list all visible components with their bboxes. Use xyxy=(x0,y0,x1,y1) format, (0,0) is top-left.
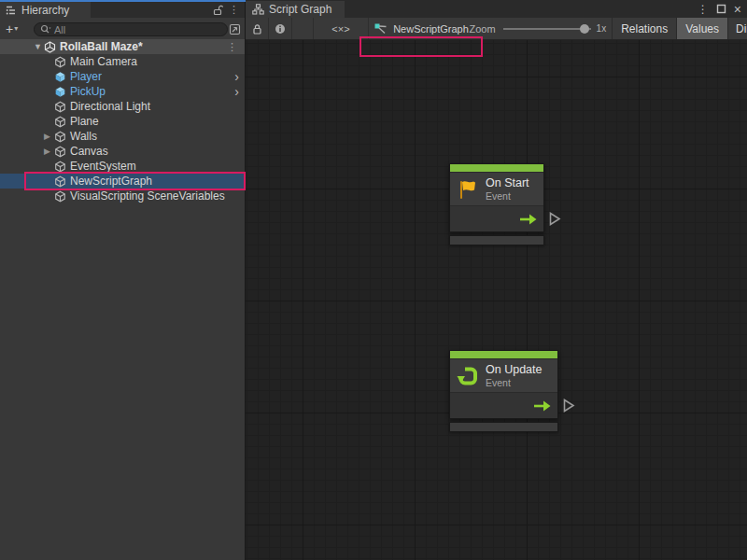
hierarchy-tab-bar: Hierarchy ⋮ xyxy=(0,2,245,18)
hierarchy-search-row: + ▾ All xyxy=(0,18,245,39)
zoom-slider-handle[interactable] xyxy=(580,24,589,34)
zoom-slider[interactable] xyxy=(503,23,591,35)
unity-scene-icon xyxy=(44,41,56,53)
graph-lock-button[interactable] xyxy=(246,18,269,39)
search-placeholder: All xyxy=(54,24,65,35)
node-output-row xyxy=(450,392,557,418)
prefab-open-chevron[interactable]: › xyxy=(234,85,239,98)
tab-hierarchy[interactable]: Hierarchy xyxy=(0,2,91,18)
hierarchy-item-main-camera[interactable]: Main Camera xyxy=(0,54,245,69)
item-label: Main Camera xyxy=(70,55,137,68)
scene-foldout-icon[interactable]: ▼ xyxy=(32,42,44,51)
gameobject-cube-icon xyxy=(54,116,66,128)
open-search-window-button[interactable] xyxy=(227,21,242,36)
breadcrumb-label: NewScriptGraph xyxy=(393,23,469,35)
script-graph-toolbar: <×> NewScriptGraph Zoom 1x Relations xyxy=(246,18,747,40)
event-color-bar xyxy=(450,164,543,172)
create-dropdown-caret: ▾ xyxy=(14,24,18,33)
node-subtitle: Event xyxy=(486,377,542,388)
scene-header-row[interactable]: ▼ RollaBall Maze* ⋮ xyxy=(0,39,245,54)
create-object-button[interactable]: + ▾ xyxy=(0,21,20,36)
item-label: Plane xyxy=(70,115,99,128)
node-title: On Start xyxy=(486,176,529,190)
gameobject-cube-icon xyxy=(54,190,66,203)
hierarchy-item-walls[interactable]: ▶Walls xyxy=(0,129,245,144)
hierarchy-item-eventsystem[interactable]: EventSystem xyxy=(0,159,245,174)
search-icon xyxy=(40,24,51,35)
item-label: EventSystem xyxy=(70,160,136,173)
values-toggle[interactable]: Values xyxy=(676,18,727,39)
hierarchy-item-list: Main CameraPlayer›PickUp›Directional Lig… xyxy=(0,54,245,203)
prefab-cube-icon xyxy=(54,71,66,83)
scene-name: RollaBall Maze* xyxy=(60,40,143,53)
node-subtitle: Event xyxy=(486,190,529,202)
script-graph-window: Script Graph ⋮ × xyxy=(246,0,747,560)
gameobject-cube-icon xyxy=(54,131,66,143)
node-title: On Update xyxy=(486,363,542,377)
unlock-icon[interactable] xyxy=(213,5,223,16)
hierarchy-item-canvas[interactable]: ▶Canvas xyxy=(0,144,245,159)
gameobject-cube-icon xyxy=(54,175,66,188)
output-port-icon[interactable] xyxy=(563,399,575,413)
prefab-cube-icon xyxy=(54,86,66,98)
script-graph-asset-icon xyxy=(374,23,388,35)
popout-icon xyxy=(229,23,241,35)
close-icon[interactable]: × xyxy=(734,3,741,16)
zoom-slider-track xyxy=(503,28,591,30)
prefab-open-chevron[interactable]: › xyxy=(234,70,239,83)
graph-variables-toggle[interactable]: <×> xyxy=(313,18,369,39)
foldout-collapsed-icon[interactable]: ▶ xyxy=(41,147,53,156)
gameobject-cube-icon xyxy=(54,101,66,113)
item-label: VisualScripting SceneVariables xyxy=(70,189,225,203)
gameobject-cube-icon xyxy=(54,161,66,173)
item-label: Player xyxy=(70,70,102,83)
item-label: Canvas xyxy=(70,145,108,158)
item-label: Directional Light xyxy=(70,100,150,113)
hierarchy-item-plane[interactable]: Plane xyxy=(0,114,245,129)
item-label: NewScriptGraph xyxy=(70,175,152,188)
hierarchy-search-input[interactable]: All xyxy=(34,22,228,36)
unity-editor-window: Hierarchy ⋮ + ▾ All xyxy=(0,0,747,560)
gameobject-cube-icon xyxy=(54,56,66,68)
scene-menu-icon[interactable]: ⋮ xyxy=(227,42,237,52)
script-graph-tab-label: Script Graph xyxy=(269,3,331,16)
dim-toggle[interactable]: Dim xyxy=(727,18,747,39)
hierarchy-menu-icon[interactable]: ⋮ xyxy=(229,5,239,15)
event-color-bar xyxy=(450,351,557,358)
zoom-value: 1x xyxy=(597,23,607,34)
tab-script-graph[interactable]: Script Graph xyxy=(246,1,345,18)
hierarchy-tab-label: Hierarchy xyxy=(21,4,69,17)
panel-focus-indicator xyxy=(0,0,246,2)
node-on-start[interactable]: On Start Event xyxy=(449,163,544,245)
graph-info-button[interactable] xyxy=(269,18,292,39)
output-port-icon[interactable] xyxy=(549,212,561,226)
script-graph-tab-bar: Script Graph ⋮ × xyxy=(246,0,747,18)
graph-breadcrumb-button[interactable]: NewScriptGraph xyxy=(361,18,482,39)
node-output-row xyxy=(450,205,543,231)
foldout-collapsed-icon[interactable]: ▶ xyxy=(41,132,53,141)
flow-arrow-icon xyxy=(534,400,551,412)
hierarchy-panel: Hierarchy ⋮ + ▾ All xyxy=(0,0,246,560)
graph-canvas[interactable]: On Start Event xyxy=(246,40,747,560)
flow-arrow-icon xyxy=(520,214,537,225)
window-menu-icon[interactable]: ⋮ xyxy=(698,4,709,15)
hierarchy-item-directional-light[interactable]: Directional Light xyxy=(0,99,245,114)
maximize-icon[interactable] xyxy=(716,4,726,14)
item-label: PickUp xyxy=(70,85,106,98)
hierarchy-item-player[interactable]: Player› xyxy=(0,69,245,84)
loop-icon xyxy=(457,365,479,387)
info-icon xyxy=(275,23,286,35)
node-footer xyxy=(449,235,544,245)
flag-icon xyxy=(457,178,479,201)
lock-icon xyxy=(252,23,262,35)
hierarchy-icon xyxy=(6,5,17,16)
node-footer xyxy=(449,422,558,432)
gameobject-cube-icon xyxy=(54,146,66,158)
hierarchy-item-newscriptgraph[interactable]: NewScriptGraph xyxy=(0,174,245,189)
node-on-update[interactable]: On Update Event xyxy=(449,350,558,432)
hierarchy-item-pickup[interactable]: PickUp› xyxy=(0,84,245,99)
hierarchy-item-visualscripting-scenevariables[interactable]: VisualScripting SceneVariables xyxy=(0,189,245,203)
item-label: Walls xyxy=(70,130,97,143)
graph-tab-icon xyxy=(252,4,264,15)
relations-toggle[interactable]: Relations xyxy=(612,18,676,39)
